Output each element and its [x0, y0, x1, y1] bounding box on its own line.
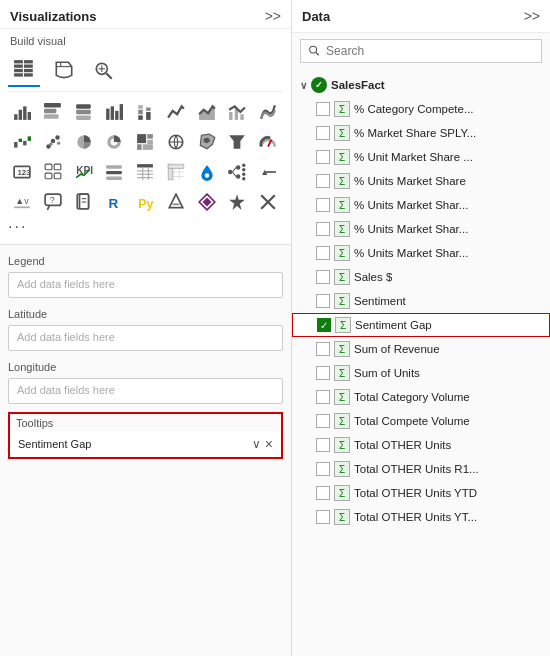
- salesfact-check-icon: ✓: [311, 77, 327, 93]
- svg-rect-20: [44, 114, 59, 119]
- viz-icon-custom1[interactable]: [223, 188, 251, 216]
- checkbox-10[interactable]: [316, 342, 330, 356]
- tree-item-13[interactable]: Σ Total Compete Volume: [292, 409, 550, 433]
- tree-item-15[interactable]: Σ Total OTHER Units R1...: [292, 457, 550, 481]
- viz-icon-azure-map[interactable]: [193, 158, 221, 186]
- viz-icon-smart-narrative[interactable]: ▲v: [8, 188, 36, 216]
- tree-item-1[interactable]: Σ % Market Share SPLY...: [292, 121, 550, 145]
- tab-build-visual[interactable]: [8, 55, 40, 87]
- checkbox-5[interactable]: [316, 222, 330, 236]
- checkbox-14[interactable]: [316, 438, 330, 452]
- viz-icon-bar-clustered[interactable]: [8, 98, 36, 126]
- viz-icon-pie[interactable]: [70, 128, 98, 156]
- viz-icon-ai[interactable]: [162, 188, 190, 216]
- viz-icon-treemap[interactable]: [131, 128, 159, 156]
- viz-icon-paginated[interactable]: [70, 188, 98, 216]
- tooltips-chevron-down[interactable]: ∨: [252, 437, 261, 451]
- tree-item-17[interactable]: Σ Total OTHER Units YT...: [292, 505, 550, 529]
- checkbox-16[interactable]: [316, 486, 330, 500]
- viz-icon-column-stacked[interactable]: [131, 98, 159, 126]
- viz-icon-bar-stacked[interactable]: [39, 98, 67, 126]
- tree-item-0[interactable]: Σ % Category Compete...: [292, 97, 550, 121]
- viz-icon-waterfall[interactable]: [8, 128, 36, 156]
- viz-icon-line[interactable]: [162, 98, 190, 126]
- viz-icon-ribbon[interactable]: [254, 98, 282, 126]
- checkbox-13[interactable]: [316, 414, 330, 428]
- tree-root-salesfact[interactable]: ∨ ✓ SalesFact: [292, 73, 550, 97]
- viz-icon-card[interactable]: 123: [8, 158, 36, 186]
- legend-label: Legend: [8, 253, 283, 269]
- viz-icon-multi-card[interactable]: [39, 158, 67, 186]
- tooltips-field: Sentiment Gap ∨ ×: [10, 431, 281, 457]
- tree-item-10[interactable]: Σ Sum of Revenue: [292, 337, 550, 361]
- viz-icon-filled-map[interactable]: [193, 128, 221, 156]
- tree-item-4[interactable]: Σ % Units Market Shar...: [292, 193, 550, 217]
- field-label-3: % Units Market Share: [354, 175, 466, 187]
- svg-point-45: [57, 141, 60, 144]
- tooltips-close[interactable]: ×: [265, 436, 273, 452]
- svg-point-81: [228, 170, 233, 175]
- checkbox-3[interactable]: [316, 174, 330, 188]
- tree-item-7[interactable]: Σ Sales $: [292, 265, 550, 289]
- checkbox-2[interactable]: [316, 150, 330, 164]
- field-label-2: % Unit Market Share ...: [354, 151, 473, 163]
- viz-icon-funnel[interactable]: [223, 128, 251, 156]
- tab-analytics[interactable]: [88, 55, 120, 87]
- expand-arrow: ∨: [300, 80, 307, 91]
- field-label-14: Total OTHER Units: [354, 439, 451, 451]
- tree-item-12[interactable]: Σ Total Category Volume: [292, 385, 550, 409]
- viz-icon-scatter[interactable]: [39, 128, 67, 156]
- checkbox-9[interactable]: ✓: [317, 318, 331, 332]
- salesfact-label: SalesFact: [331, 79, 385, 91]
- viz-icon-donut[interactable]: [100, 128, 128, 156]
- checkbox-11[interactable]: [316, 366, 330, 380]
- checkbox-12[interactable]: [316, 390, 330, 404]
- search-input[interactable]: [326, 44, 533, 58]
- checkbox-6[interactable]: [316, 246, 330, 260]
- viz-icon-python[interactable]: Py: [131, 188, 159, 216]
- tab-format-visual[interactable]: [48, 55, 80, 87]
- svg-rect-19: [44, 109, 56, 114]
- viz-icon-kpi[interactable]: KPI: [70, 158, 98, 186]
- more-icons-indicator[interactable]: ···: [8, 216, 283, 238]
- checkbox-15[interactable]: [316, 462, 330, 476]
- checkbox-17[interactable]: [316, 510, 330, 524]
- tree-item-5[interactable]: Σ % Units Market Shar...: [292, 217, 550, 241]
- viz-icon-qna[interactable]: ?: [39, 188, 67, 216]
- tree-item-2[interactable]: Σ % Unit Market Share ...: [292, 145, 550, 169]
- svg-rect-26: [115, 111, 118, 120]
- viz-icon-decomp-tree[interactable]: [223, 158, 251, 186]
- checkbox-1[interactable]: [316, 126, 330, 140]
- tree-item-8[interactable]: Σ Sentiment: [292, 289, 550, 313]
- latitude-drop-area[interactable]: Add data fields here: [8, 325, 283, 351]
- tooltips-section: Tooltips Sentiment Gap ∨ ×: [8, 412, 283, 459]
- viz-icon-column-clustered[interactable]: [100, 98, 128, 126]
- checkbox-7[interactable]: [316, 270, 330, 284]
- tree-item-16[interactable]: Σ Total OTHER Units YTD: [292, 481, 550, 505]
- viz-icon-table[interactable]: [131, 158, 159, 186]
- viz-icon-gauge[interactable]: [254, 128, 282, 156]
- viz-icon-map[interactable]: [162, 128, 190, 156]
- viz-icon-slicer[interactable]: [100, 158, 128, 186]
- viz-icon-r[interactable]: R: [100, 188, 128, 216]
- legend-drop-area[interactable]: Add data fields here: [8, 272, 283, 298]
- svg-rect-5: [24, 65, 33, 68]
- tree-item-11[interactable]: Σ Sum of Units: [292, 361, 550, 385]
- viz-icon-bar-100[interactable]: [70, 98, 98, 126]
- viz-icon-area[interactable]: [193, 98, 221, 126]
- viz-collapse-icon[interactable]: >>: [265, 8, 281, 24]
- data-collapse-icon[interactable]: >>: [524, 8, 540, 24]
- checkbox-4[interactable]: [316, 198, 330, 212]
- longitude-drop-area[interactable]: Add data fields here: [8, 378, 283, 404]
- viz-icon-custom2[interactable]: [254, 188, 282, 216]
- checkbox-0[interactable]: [316, 102, 330, 116]
- tree-item-14[interactable]: Σ Total OTHER Units: [292, 433, 550, 457]
- tree-item-9[interactable]: ✓ Σ Sentiment Gap: [292, 313, 550, 337]
- viz-icon-power-apps[interactable]: [193, 188, 221, 216]
- checkbox-8[interactable]: [316, 294, 330, 308]
- viz-icon-matrix[interactable]: [162, 158, 190, 186]
- viz-icon-key-influencer[interactable]: ▲: [254, 158, 282, 186]
- viz-icon-line-column[interactable]: [223, 98, 251, 126]
- tree-item-3[interactable]: Σ % Units Market Share: [292, 169, 550, 193]
- tree-item-6[interactable]: Σ % Units Market Shar...: [292, 241, 550, 265]
